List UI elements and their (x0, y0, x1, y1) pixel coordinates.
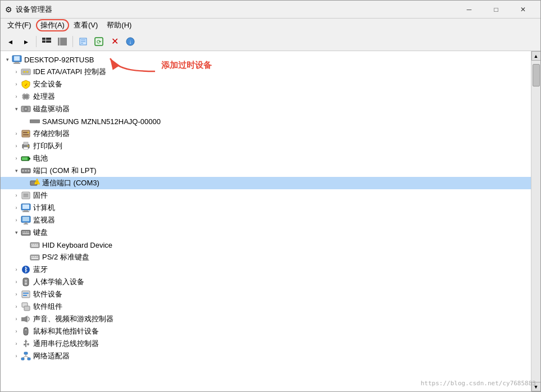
mouse-label: 鼠标和其他指针设备 (33, 326, 99, 336)
tree-item-hid-keyboard[interactable]: › HID Keyboard Device (1, 239, 531, 251)
menu-action[interactable]: 操作(A) (36, 19, 69, 31)
tree-item-printer[interactable]: › 打印队列 (1, 140, 531, 152)
title-bar: ⚙ 设备管理器 ─ □ ✕ (1, 1, 540, 19)
svg-rect-73 (22, 233, 29, 234)
tree-item-system[interactable]: › 计算机 (1, 202, 531, 214)
scroll-thumb[interactable] (533, 64, 540, 86)
svg-rect-16 (14, 56, 20, 61)
tree-item-samsung[interactable]: › SAMSUNG MZNLN512HAJQ-00000 (1, 115, 531, 127)
tree-item-software-components[interactable]: › 软件组件 (1, 300, 531, 313)
scrollbar[interactable]: ▲ ▼ (531, 51, 540, 391)
tree-item-processor[interactable]: › 处理器 (1, 90, 531, 103)
svg-point-50 (22, 170, 24, 172)
annotation: 添加过时设备 (107, 56, 212, 75)
svg-rect-0 (42, 38, 46, 40)
scan-button[interactable]: ⟳ (92, 34, 106, 49)
menu-bar: 文件(F) 操作(A) 查看(V) 帮助(H) (1, 19, 540, 32)
tree-item-com3[interactable]: › ! 通信端口 (COM3) (1, 177, 531, 189)
menu-file[interactable]: 文件(F) (3, 19, 36, 31)
expand-software-devices[interactable]: › (12, 290, 21, 299)
expand-mouse[interactable]: › (12, 327, 21, 336)
tree-item-keyboard[interactable]: ▾ 键盘 (1, 226, 531, 239)
bluetooth-label: 蓝牙 (33, 265, 48, 275)
svg-rect-75 (31, 244, 33, 245)
expand-ide[interactable]: › (12, 67, 21, 76)
expand-computer[interactable]: ▾ (3, 55, 12, 64)
hid-keyboard-label: HID Keyboard Device (42, 241, 112, 249)
svg-rect-90 (25, 282, 27, 285)
tree-item-security[interactable]: › ✓ 安全设备 (1, 78, 531, 90)
icon-ps2-keyboard (30, 252, 40, 262)
expand-hid[interactable]: › (12, 277, 21, 286)
expand-ports[interactable]: ▾ (12, 166, 21, 175)
svg-rect-65 (22, 217, 29, 221)
tree-item-bluetooth[interactable]: › ᛒ 蓝牙 (1, 263, 531, 276)
expand-system[interactable]: › (12, 203, 21, 212)
tree-item-network[interactable]: › 网络适配器 (1, 350, 531, 362)
expand-sound[interactable]: › (12, 314, 21, 323)
network-label: 网络适配器 (33, 351, 70, 361)
expand-keyboard[interactable]: ▾ (12, 228, 21, 237)
remove-button[interactable]: ✕ (107, 34, 122, 49)
view-list-button[interactable] (39, 34, 54, 49)
svg-rect-68 (21, 230, 30, 235)
tree-item-hid[interactable]: › 人体学输入设备 (1, 276, 531, 288)
processor-label: 处理器 (33, 92, 55, 102)
tree-item-firmware[interactable]: › 固件 (1, 189, 531, 202)
back-button[interactable]: ◂ (3, 34, 17, 49)
scroll-up-button[interactable]: ▲ (531, 51, 541, 61)
tree-item-ide[interactable]: › IDE ATA/ATAPI 控制器 (1, 66, 531, 78)
tree-item-ps2-keyboard[interactable]: › PS/2 标准键盘 (1, 251, 531, 263)
scroll-track[interactable] (531, 61, 541, 382)
svg-rect-5 (60, 38, 67, 45)
expand-battery[interactable]: › (12, 154, 21, 163)
expand-usb[interactable]: › (12, 339, 21, 348)
ide-label: IDE ATA/ATAPI 控制器 (33, 67, 106, 77)
expand-bluetooth[interactable]: › (12, 265, 21, 274)
expand-processor[interactable]: › (12, 92, 21, 101)
tree-item-usb[interactable]: › 通用串行总线控制器 (1, 338, 531, 350)
menu-view[interactable]: 查看(V) (69, 19, 102, 31)
icon-hid-keyboard (30, 240, 40, 250)
tree-item-ports[interactable]: ▾ 端口 (COM 和 LPT) (1, 165, 531, 177)
view-detail-button[interactable] (55, 34, 70, 49)
expand-disk[interactable]: ▾ (12, 104, 21, 113)
minimize-button[interactable]: ─ (456, 1, 482, 18)
maximize-button[interactable]: □ (483, 1, 509, 18)
usb-label: 通用串行总线控制器 (33, 339, 99, 349)
close-button[interactable]: ✕ (510, 1, 536, 18)
window-title: 设备管理器 (16, 4, 52, 15)
svg-rect-81 (31, 256, 33, 257)
expand-security[interactable]: › (12, 80, 21, 89)
tree-item-battery[interactable]: › 电池 (1, 152, 531, 165)
svg-rect-47 (29, 158, 30, 159)
icon-disk (21, 104, 31, 114)
expand-storage[interactable]: › (12, 129, 21, 138)
tree-item-disk[interactable]: ▾ 磁盘驱动器 (1, 103, 531, 115)
icon-processor (21, 92, 31, 102)
svg-rect-95 (24, 306, 30, 311)
tree-item-mouse[interactable]: › 鼠标和其他指针设备 (1, 325, 531, 338)
icon-bluetooth: ᛒ (21, 265, 31, 275)
icon-monitor (21, 215, 31, 225)
tree-item-storage[interactable]: › 存储控制器 (1, 127, 531, 140)
tree-item-monitor[interactable]: › 监视器 (1, 214, 531, 226)
icon-battery (21, 153, 31, 163)
menu-help[interactable]: 帮助(H) (102, 19, 136, 31)
expand-firmware[interactable]: › (12, 191, 21, 200)
properties-button[interactable] (76, 34, 90, 49)
svg-rect-106 (21, 358, 24, 360)
keyboard-label: 键盘 (33, 227, 48, 238)
expand-network[interactable]: › (12, 352, 21, 361)
forward-button[interactable]: ▸ (19, 34, 33, 49)
expand-monitor[interactable]: › (12, 216, 21, 225)
svg-rect-3 (46, 40, 51, 43)
update-button[interactable]: ↓ (123, 34, 138, 49)
tree-item-computer[interactable]: ▾ DESKTOP-92RTUSB (1, 53, 531, 66)
svg-rect-93 (23, 295, 27, 296)
tree-item-software-devices[interactable]: › 软件设备 (1, 288, 531, 300)
tree-view[interactable]: 添加过时设备 ▾ DESKTOP-92RTUSB › (1, 51, 531, 391)
expand-printer[interactable]: › (12, 142, 21, 151)
expand-software-components[interactable]: › (12, 302, 21, 311)
tree-item-sound[interactable]: › 声音、视频和游戏控制器 (1, 313, 531, 325)
